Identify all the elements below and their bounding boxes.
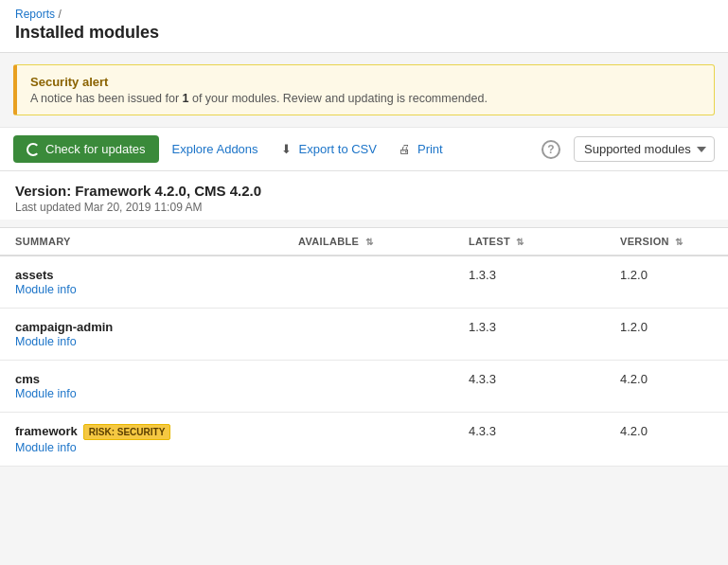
- module-summary-cell: assetsModule info: [0, 256, 283, 309]
- module-info-link[interactable]: Module info: [15, 441, 77, 454]
- print-label: Print: [417, 142, 443, 156]
- check-updates-label: Check for updates: [45, 142, 146, 156]
- module-available-cell: [283, 309, 453, 361]
- module-version-cell: 4.2.0: [605, 413, 728, 467]
- check-updates-button[interactable]: Check for updates: [13, 135, 159, 163]
- table-row: cmsModule info4.3.34.2.0: [0, 361, 728, 413]
- modules-table: SUMMARY AVAILABLE ⇅ LATEST ⇅ VERSION ⇅ a…: [0, 227, 728, 467]
- breadcrumb-reports-link[interactable]: Reports: [15, 8, 55, 21]
- risk-badge: RISK: SECURITY: [83, 424, 171, 440]
- breadcrumb: Reports /: [15, 8, 713, 21]
- col-header-latest[interactable]: LATEST ⇅: [453, 228, 605, 256]
- version-info-section: Version: Framework 4.2.0, CMS 4.2.0 Last…: [0, 170, 728, 220]
- version-title: Version: Framework 4.2.0, CMS 4.2.0: [15, 183, 713, 199]
- print-icon: 🖨: [398, 142, 413, 157]
- refresh-icon: [27, 143, 40, 156]
- module-name: assets: [15, 268, 53, 282]
- module-available-cell: [283, 361, 453, 413]
- table-row: campaign-adminModule info1.3.31.2.0: [0, 309, 728, 361]
- module-info-link[interactable]: Module info: [15, 387, 77, 400]
- alert-body-suffix: of your modules. Review and updating is …: [188, 92, 487, 105]
- alert-body: A notice has been issued for 1 of your m…: [30, 92, 701, 105]
- alert-title: Security alert: [30, 75, 701, 89]
- module-info-link[interactable]: Module info: [15, 335, 77, 348]
- module-latest-cell: 4.3.3: [453, 361, 605, 413]
- page-header: Reports / Installed modules: [0, 0, 728, 53]
- table-row: assetsModule info1.3.31.2.0: [0, 256, 728, 309]
- table-header-row: SUMMARY AVAILABLE ⇅ LATEST ⇅ VERSION ⇅: [0, 228, 728, 256]
- export-csv-link[interactable]: ⬇ Export to CSV: [272, 136, 384, 163]
- breadcrumb-separator: /: [58, 8, 61, 21]
- module-available-cell: [283, 413, 453, 467]
- security-alert-banner: Security alert A notice has been issued …: [13, 64, 715, 115]
- toolbar: Check for updates Explore Addons ⬇ Expor…: [0, 127, 728, 170]
- page-title: Installed modules: [15, 23, 713, 43]
- print-link[interactable]: 🖨 Print: [390, 136, 451, 163]
- latest-sort-icon: ⇅: [516, 237, 524, 247]
- module-latest-cell: 1.3.3: [453, 309, 605, 361]
- module-summary-cell: campaign-adminModule info: [0, 309, 283, 361]
- module-summary-cell: cmsModule info: [0, 361, 283, 413]
- module-version-cell: 4.2.0: [605, 361, 728, 413]
- module-name: framework: [15, 424, 78, 438]
- table-row: frameworkRISK: SECURITYModule info4.3.34…: [0, 413, 728, 467]
- module-version-cell: 1.2.0: [605, 256, 728, 309]
- module-summary-cell: frameworkRISK: SECURITYModule info: [0, 413, 283, 467]
- module-available-cell: [283, 256, 453, 309]
- export-icon: ⬇: [279, 142, 294, 157]
- alert-body-prefix: A notice has been issued for: [30, 92, 183, 105]
- col-header-version[interactable]: VERSION ⇅: [605, 228, 728, 256]
- export-csv-label: Export to CSV: [299, 142, 377, 156]
- module-name: cms: [15, 372, 40, 386]
- available-sort-icon: ⇅: [365, 237, 373, 247]
- module-version-cell: 1.2.0: [605, 309, 728, 361]
- version-sort-icon: ⇅: [675, 237, 683, 247]
- explore-addons-link[interactable]: Explore Addons: [165, 136, 266, 162]
- help-icon[interactable]: ?: [542, 140, 560, 159]
- module-name: campaign-admin: [15, 320, 113, 334]
- supported-modules-dropdown[interactable]: Supported modules All modules: [574, 136, 715, 162]
- explore-addons-label: Explore Addons: [172, 142, 258, 156]
- module-info-link[interactable]: Module info: [15, 283, 77, 296]
- module-latest-cell: 4.3.3: [453, 413, 605, 467]
- module-latest-cell: 1.3.3: [453, 256, 605, 309]
- col-header-available[interactable]: AVAILABLE ⇅: [283, 228, 453, 256]
- version-subtitle: Last updated Mar 20, 2019 11:09 AM: [15, 201, 713, 214]
- col-header-summary: SUMMARY: [0, 228, 283, 256]
